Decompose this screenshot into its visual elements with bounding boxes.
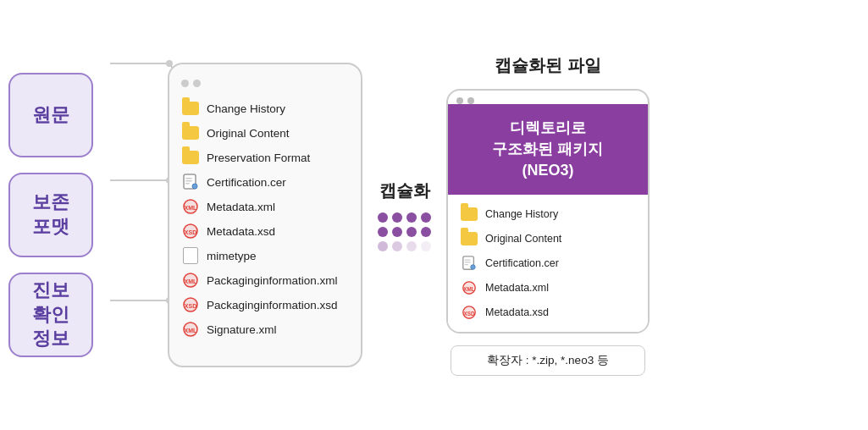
svg-text:XML: XML bbox=[185, 328, 198, 334]
capsule-dot bbox=[378, 212, 388, 223]
right-file-list: Change History Original Content bbox=[460, 205, 636, 322]
capsule-dot bbox=[421, 212, 431, 223]
capsule-dot bbox=[421, 227, 431, 237]
xml-icon: XSD bbox=[181, 222, 200, 240]
capsule-dot bbox=[392, 227, 402, 237]
right-outer-label: 캡슐화된 파일 bbox=[495, 54, 601, 77]
connector-lines bbox=[0, 0, 868, 430]
wonmun-box: 원문 bbox=[8, 73, 93, 157]
capsule-dot bbox=[378, 227, 388, 237]
right-card-tabs bbox=[448, 91, 648, 104]
svg-text:XSD: XSD bbox=[185, 303, 196, 309]
svg-rect-32 bbox=[465, 264, 469, 265]
right-card-body: Change History Original Content bbox=[448, 195, 648, 332]
svg-rect-30 bbox=[465, 260, 471, 261]
file-item: XSD Packaginginformation.xsd bbox=[181, 295, 349, 314]
right-file-item: Change History bbox=[460, 205, 636, 223]
capsule-dot bbox=[406, 212, 417, 223]
file-item: XML Signature.xml bbox=[181, 320, 349, 339]
right-file-item: Original Content bbox=[460, 229, 636, 248]
svg-rect-10 bbox=[185, 178, 192, 179]
source-boxes: 원문 보존 포맷 진보 확인 정보 bbox=[8, 73, 93, 357]
svg-text:XML: XML bbox=[185, 278, 198, 284]
xml-icon: XML bbox=[181, 320, 200, 339]
dot1 bbox=[181, 80, 189, 87]
file-panel: Change History Original Content Preserva… bbox=[168, 63, 362, 367]
capsule-dot bbox=[392, 241, 402, 251]
dot2 bbox=[193, 80, 201, 87]
svg-rect-33 bbox=[471, 265, 475, 269]
svg-text:XSD: XSD bbox=[464, 311, 475, 317]
svg-rect-12 bbox=[185, 183, 190, 185]
xml-icon: XSD bbox=[460, 303, 478, 322]
right-file-item: XML Metadata.xml bbox=[460, 278, 636, 297]
panel-dots bbox=[181, 80, 349, 87]
file-item: Original Content bbox=[181, 124, 349, 142]
ext-label: 확장자 : *.zip, *.neo3 등 bbox=[451, 345, 645, 376]
svg-rect-31 bbox=[465, 262, 471, 262]
capsule-dot bbox=[378, 241, 388, 251]
capsule-area: 캡슐화 bbox=[378, 179, 431, 251]
cert-icon bbox=[460, 254, 478, 273]
folder-icon bbox=[181, 124, 200, 142]
capsule-dot bbox=[406, 241, 417, 251]
file-icon bbox=[181, 246, 200, 265]
file-item: XML Metadata.xml bbox=[181, 197, 349, 216]
svg-rect-13 bbox=[192, 184, 197, 189]
folder-icon bbox=[460, 229, 478, 248]
right-card: 디렉토리로구조화된 패키지(NEO3) Change History Ori bbox=[446, 89, 650, 334]
xml-icon: XML bbox=[181, 271, 200, 289]
file-item: Preservation Format bbox=[181, 148, 349, 167]
svg-text:XSD: XSD bbox=[185, 229, 196, 235]
file-item: mimetype bbox=[181, 246, 349, 265]
svg-text:XML: XML bbox=[463, 286, 474, 292]
tab-dot bbox=[467, 97, 474, 104]
folder-icon bbox=[460, 205, 478, 223]
right-file-item: Certification.cer bbox=[460, 254, 636, 273]
right-card-header: 디렉토리로구조화된 패키지(NEO3) bbox=[448, 104, 648, 196]
tab-dot bbox=[456, 97, 463, 104]
svg-text:XML: XML bbox=[185, 205, 198, 211]
file-list: Change History Original Content Preserva… bbox=[181, 99, 349, 339]
main-container: 원문 보존 포맷 진보 확인 정보 Change History bbox=[0, 0, 868, 430]
file-item: Certification.cer bbox=[181, 173, 349, 191]
capsule-dot bbox=[406, 227, 417, 237]
svg-rect-11 bbox=[185, 180, 192, 182]
file-item: XML Packaginginformation.xml bbox=[181, 271, 349, 289]
capsule-dot bbox=[421, 241, 431, 251]
xml-icon: XML bbox=[460, 278, 478, 297]
capsule-label: 캡슐화 bbox=[379, 179, 430, 202]
capsule-dot bbox=[392, 212, 402, 223]
right-file-item: XSD Metadata.xsd bbox=[460, 303, 636, 322]
capsule-dots-grid bbox=[378, 212, 431, 251]
cert-icon bbox=[181, 173, 200, 191]
file-item: Change History bbox=[181, 99, 349, 118]
right-column: 캡슐화된 파일 디렉토리로구조화된 패키지(NEO3) Change Histo… bbox=[446, 54, 650, 377]
file-item: XSD Metadata.xsd bbox=[181, 222, 349, 240]
xml-icon: XSD bbox=[181, 295, 200, 314]
jinbo-box: 진보 확인 정보 bbox=[8, 273, 93, 357]
bojeon-box: 보존 포맷 bbox=[8, 173, 93, 257]
xml-icon: XML bbox=[181, 197, 200, 216]
folder-icon bbox=[181, 99, 200, 118]
folder-icon bbox=[181, 148, 200, 167]
